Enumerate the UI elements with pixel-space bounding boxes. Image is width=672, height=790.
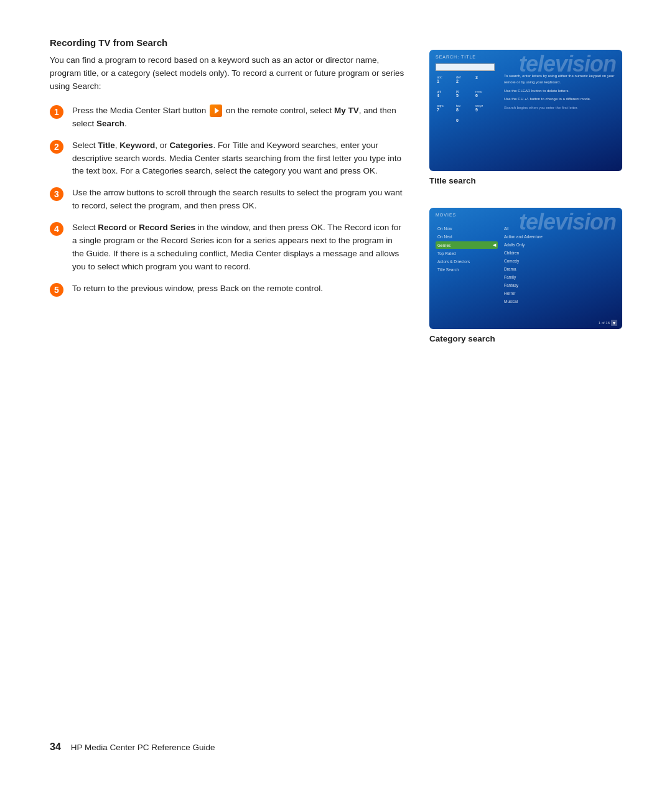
step-2-text: Select Title, Keyword, or Categories. Fo… — [72, 139, 404, 179]
cat-right-children[interactable]: Children — [504, 249, 616, 256]
step-1: 1 Press the Media Center Start button on… — [50, 105, 404, 131]
title-search-keypad: abc 1 def 2 3 ghi 4 — [436, 75, 493, 146]
key-tuv-8: tuv 8 — [455, 103, 474, 117]
play-triangle-icon — [215, 108, 219, 114]
key-wxyz-9: wxyz 9 — [474, 103, 493, 117]
cat-right-horror[interactable]: Horror — [504, 290, 616, 297]
left-column: Recording TV from Search You can find a … — [50, 37, 404, 717]
right-column: SEARCH: TITLE television abc 1 — [429, 37, 622, 717]
step-3-text: Use the arrow buttons to scroll through … — [72, 187, 404, 213]
step-1-text: Press the Media Center Start button on t… — [72, 105, 404, 131]
title-search-caption: Title search — [429, 176, 622, 185]
category-search-panel: MOVIES television On Now On Next Genres … — [429, 208, 622, 329]
cat-right-family[interactable]: Family — [504, 274, 616, 281]
cat-right-adults[interactable]: Adults Only — [504, 241, 616, 248]
step-3: 3 Use the arrow buttons to scroll throug… — [50, 187, 404, 213]
key-blank-right — [474, 118, 493, 131]
cat-right-all[interactable]: All — [504, 225, 616, 232]
key-3: 3 — [474, 75, 493, 88]
step-4-text: Select Record or Record Series in the wi… — [72, 221, 404, 274]
cat-right-comedy[interactable]: Comedy — [504, 258, 616, 264]
category-pagination: 1 of 16 ▼ — [599, 320, 617, 326]
step-number-3: 3 — [50, 187, 63, 201]
cat-item-on-now[interactable]: On Now — [436, 225, 498, 232]
category-right-list: All Action and Adventure Adults Only Chi… — [504, 225, 616, 305]
step-number-2: 2 — [50, 140, 63, 154]
page-footer: 34 HP Media Center PC Reference Guide — [50, 717, 622, 753]
cat-right-drama[interactable]: Drama — [504, 266, 616, 272]
title-search-input[interactable] — [436, 63, 495, 71]
pagination-text: 1 of 16 — [599, 321, 610, 325]
step-4: 4 Select Record or Record Series in the … — [50, 221, 404, 274]
step-5-text: To return to the previous window, press … — [72, 282, 323, 295]
title-search-header: SEARCH: TITLE — [436, 55, 476, 59]
steps-list: 1 Press the Media Center Start button on… — [50, 105, 404, 297]
key-mno-6: mno 6 — [474, 89, 493, 103]
cat-item-actors-directors[interactable]: Actors & Directors — [436, 258, 498, 265]
cat-item-genres[interactable]: Genres ◀ — [436, 241, 498, 249]
cat-item-top-rated[interactable]: Top Rated — [436, 250, 498, 257]
key-ghi-4: ghi 4 — [436, 89, 454, 103]
step-2: 2 Select Title, Keyword, or Categories. … — [50, 139, 404, 179]
media-center-start-icon — [210, 105, 222, 117]
genres-active-indicator: ◀ — [493, 243, 496, 248]
content-area: Recording TV from Search You can find a … — [50, 37, 622, 717]
cat-right-fantasy[interactable]: Fantasy — [504, 282, 616, 289]
instruction-3: Use the CH +/- button to change to a dif… — [504, 96, 616, 103]
cat-item-on-next[interactable]: On Next — [436, 233, 498, 240]
step-number-4: 4 — [50, 222, 63, 236]
section-title: Recording TV from Search — [50, 37, 404, 48]
key-blank-left — [436, 118, 454, 131]
page-container: Recording TV from Search You can find a … — [0, 0, 672, 790]
step-5: 5 To return to the previous window, pres… — [50, 282, 404, 297]
category-search-header: MOVIES — [436, 213, 456, 217]
intro-text: You can find a program to record based o… — [50, 54, 404, 93]
key-jkl-5: jkl 5 — [455, 89, 474, 103]
step-number-5: 5 — [50, 283, 63, 297]
key-def-2: def 2 — [455, 75, 474, 88]
instruction-4: Search begins when you enter the first l… — [504, 105, 616, 111]
category-left-menu: On Now On Next Genres ◀ Top Rated Actors… — [436, 225, 498, 273]
pagination-down-arrow[interactable]: ▼ — [611, 320, 617, 326]
key-0: 0 — [455, 118, 474, 131]
step-number-1: 1 — [50, 105, 63, 119]
guide-title: HP Media Center PC Reference Guide — [71, 743, 215, 752]
instruction-1: To search, enter letters by using either… — [504, 73, 616, 85]
instruction-2: Use the CLEAR button to delete letters. — [504, 88, 616, 95]
key-pqrs-7: pqrs 7 — [436, 103, 454, 117]
cat-right-action[interactable]: Action and Adventure — [504, 233, 616, 240]
cat-item-title-search[interactable]: Title Search — [436, 266, 498, 273]
title-search-panel: SEARCH: TITLE television abc 1 — [429, 50, 622, 171]
title-search-instructions: To search, enter letters by using either… — [504, 73, 616, 111]
cat-right-musical[interactable]: Musical — [504, 298, 616, 305]
page-number: 34 — [50, 741, 61, 753]
category-search-caption: Category search — [429, 334, 622, 343]
key-abc-1: abc 1 — [436, 75, 454, 88]
